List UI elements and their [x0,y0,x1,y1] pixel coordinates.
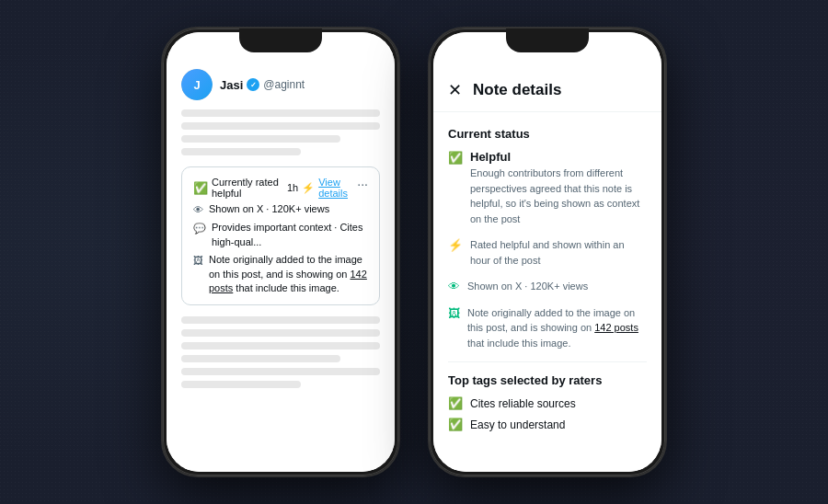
image-note-icon: 🖼 [448,306,460,320]
tag-item-2: ✅ Easy to understand [448,418,647,431]
notes-row-views: 👁 Shown on X · 120K+ views [193,202,368,217]
phone-notch-2 [506,29,589,52]
text-line [181,329,380,337]
display-name: Jasi [220,78,243,92]
note-details-title: Note details [473,81,561,99]
note-details-header: ✕ Note details [433,69,661,112]
phone-2: ✕ Note details Current status ✅ Helpful … [428,27,667,477]
image-note-text: Note originally added to the image on th… [467,305,647,351]
shown-on-x-item: 👁 Shown on X · 120K+ views [448,279,647,294]
text-line [181,122,380,130]
phone-1: J Jasi ✓ @aginnt [161,27,400,477]
tag-label-2: Easy to understand [470,418,565,431]
tag-check-icon-1: ✅ [448,396,463,410]
bottom-text-placeholder [181,316,380,388]
bolt-icon: ⚡ [302,182,315,194]
user-info: Jasi ✓ @aginnt [220,78,305,92]
context-icon: 💬 [193,222,206,235]
top-tags-heading: Top tags selected by raters [448,373,647,387]
context-text: Provides important context · Cites high-… [212,221,368,249]
tweet-header: J Jasi ✓ @aginnt [181,69,380,100]
close-button[interactable]: ✕ [448,80,462,100]
current-status-heading: Current status [448,127,647,141]
view-details-link[interactable]: View details [318,177,357,199]
user-handle: @aginnt [263,78,305,91]
text-line [181,148,301,155]
tweet-text-placeholder [181,109,380,155]
avatar: J [181,69,213,100]
phone-notch-1 [239,29,322,52]
rated-helpful-item: ⚡ Rated helpful and shown within an hour… [448,237,647,268]
helpful-content: Helpful Enough contributors from differe… [470,150,647,226]
notes-row-image: 🖼 Note originally added to the image on … [193,253,368,295]
rated-helpful-text: Rated helpful and shown within an hour o… [470,237,647,268]
tag-item-1: ✅ Cites reliable sources [448,396,647,410]
helpful-label: Helpful [470,150,647,164]
tag-check-icon-2: ✅ [448,418,463,431]
helpful-description: Enough contributors from different persp… [470,166,647,226]
image-note-text: Note originally added to the image on th… [209,253,368,295]
tag-label-1: Cites reliable sources [470,397,576,410]
more-options[interactable]: ··· [357,177,368,191]
text-line [181,109,380,117]
bolt-icon: ⚡ [448,238,463,252]
note-details-view: ✕ Note details Current status ✅ Helpful … [433,32,661,472]
notes-row-helpful: ✅ Currently rated helpful 1h ⚡ View deta… [193,177,368,199]
text-line [181,368,380,375]
time-label: 1h [287,182,298,193]
text-line [181,355,340,362]
section-divider [448,361,647,362]
helpful-check-icon: ✅ [448,151,463,165]
text-line [181,342,380,349]
note-body: Current status ✅ Helpful Enough contribu… [433,127,661,439]
community-notes-banner: ✅ Currently rated helpful 1h ⚡ View deta… [181,166,380,305]
helpful-left: ✅ Currently rated helpful 1h ⚡ View deta… [193,177,357,199]
text-line [181,316,380,324]
phone-screen-1: J Jasi ✓ @aginnt [167,32,395,472]
text-line [181,381,301,388]
shown-on-x-text: Shown on X · 120K+ views [467,279,588,294]
text-line [181,135,340,143]
green-check-icon: ✅ [193,181,208,195]
verified-badge: ✓ [247,78,259,91]
image-icon: 🖼 [193,254,203,268]
phone-screen-2: ✕ Note details Current status ✅ Helpful … [433,32,661,472]
notes-row-context: 💬 Provides important context · Cites hig… [193,221,368,249]
helpful-status-item: ✅ Helpful Enough contributors from diffe… [448,150,647,226]
tweet-view: J Jasi ✓ @aginnt [167,32,395,472]
helpful-label: Currently rated helpful [212,177,283,199]
eye-icon: 👁 [448,280,460,293]
image-posts-link[interactable]: 142 posts [594,322,638,333]
eye-icon: 👁 [193,203,203,217]
views-text: Shown on X · 120K+ views [209,202,329,216]
username-row: Jasi ✓ @aginnt [220,78,305,92]
avatar-image: J [181,69,213,100]
image-note-item: 🖼 Note originally added to the image on … [448,305,647,351]
